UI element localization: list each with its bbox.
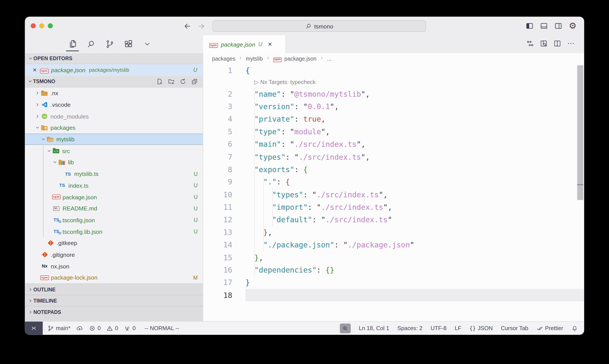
code-line-14[interactable]: 14 "./package.json": "./package.json"	[203, 238, 584, 251]
status-notifications[interactable]	[571, 325, 578, 331]
tab-close-icon[interactable]: ✕	[268, 41, 272, 47]
codelens-nx-targets[interactable]: ▷ Nx Targets: typecheck	[203, 77, 584, 88]
refresh-icon[interactable]	[179, 78, 186, 85]
code-line-15[interactable]: 15 },	[203, 251, 584, 264]
code-line-7[interactable]: 7 "types": "./src/index.ts",	[203, 151, 584, 163]
status-eol[interactable]: LF	[455, 325, 461, 331]
gear-icon[interactable]: ⚙	[568, 21, 578, 31]
cloud-upload-icon	[76, 325, 83, 332]
status-vim-mode[interactable]: -- NORMAL --	[145, 325, 179, 331]
code-line-6[interactable]: 6 "main": "./src/index.ts",	[203, 138, 584, 151]
breadcrumb-item[interactable]: packages	[212, 56, 235, 62]
close-icon[interactable]: ✕	[33, 67, 37, 73]
remote-indicator[interactable]	[25, 322, 43, 335]
code-line-16[interactable]: 16 "dependencies": {}	[203, 264, 584, 276]
tree-item-README-md[interactable]: M↓ README.mdU	[25, 203, 203, 214]
tree-item-node-modules[interactable]: JS node_modules	[25, 110, 203, 122]
open-editors-header[interactable]: OPEN EDITORS	[25, 53, 203, 64]
code-line-3[interactable]: 3 "version": "0.0.1",	[203, 100, 584, 113]
activity-explorer-icon[interactable]	[68, 37, 77, 51]
close-window-button[interactable]	[31, 23, 36, 28]
tree-item-index-ts[interactable]: TS index.tsU	[25, 180, 203, 191]
activity-search-icon[interactable]	[86, 37, 96, 51]
status-git-branch[interactable]: main*	[48, 325, 70, 331]
code-line-11[interactable]: 11 "import": "./src/index.ts",	[203, 201, 584, 213]
back-arrow-icon[interactable]	[182, 21, 192, 31]
tree-item--nx[interactable]: .nx	[25, 87, 203, 99]
tree-item-packages[interactable]: packages	[25, 122, 203, 134]
code-line-13[interactable]: 13 },	[203, 226, 584, 239]
split-editor-icon[interactable]	[552, 39, 562, 49]
ellipsis-icon[interactable]	[566, 39, 576, 49]
collapse-all-icon[interactable]	[191, 78, 198, 85]
maximize-window-button[interactable]	[48, 23, 53, 28]
status-indentation[interactable]: Spaces: 2	[398, 325, 423, 331]
activity-chevron-down-icon[interactable]	[142, 37, 152, 51]
tree-item-package-json[interactable]: npm package.jsonU	[25, 191, 203, 203]
breadcrumb-item[interactable]: ...	[327, 56, 332, 62]
code-line-2[interactable]: 2 "name": "@tsmono/mytslib",	[203, 88, 584, 100]
cursor-position-label: Ln 18, Col 1	[359, 325, 389, 331]
status-cursor-position[interactable]: Ln 18, Col 1	[359, 325, 389, 331]
editor-scrollbar[interactable]	[577, 65, 583, 200]
code-line-17[interactable]: 17}	[203, 276, 584, 289]
panel-notepads[interactable]: NOTEPADS	[25, 306, 203, 317]
code-line-4[interactable]: 4 "private": true,	[203, 113, 584, 125]
tree-item-package-lock-json[interactable]: npm package-lock.jsonM	[25, 272, 203, 284]
layout-panel-icon[interactable]	[539, 21, 549, 31]
status-warnings[interactable]: 0	[106, 325, 118, 331]
minimize-window-button[interactable]	[39, 23, 44, 28]
activity-source-control-icon[interactable]	[105, 37, 114, 51]
command-center-search[interactable]: tsmono	[212, 20, 426, 32]
breadcrumb-item[interactable]: package.json	[284, 56, 317, 62]
status-ports[interactable]: 0	[124, 325, 136, 331]
breadcrumb-item[interactable]: mytslib	[246, 56, 263, 62]
remote-icon	[30, 325, 37, 332]
code-line-5[interactable]: 5 "type": "module",	[203, 125, 584, 138]
tree-item-tsconfig-json[interactable]: TS⚙ tsconfig.jsonU	[25, 214, 203, 226]
layout-sidebar-right-icon[interactable]	[553, 21, 563, 31]
code-line-8[interactable]: 8 "exports": {	[203, 163, 584, 176]
status-formatter[interactable]: Prettier	[536, 325, 563, 331]
status-errors[interactable]: 0	[89, 325, 101, 331]
status-cursor-tab[interactable]: Cursor Tab	[501, 325, 528, 331]
status-language-mode[interactable]: {}JSON	[469, 325, 493, 331]
explorer-header[interactable]: TSMONO	[25, 76, 203, 87]
status-publish[interactable]	[76, 325, 83, 332]
code-line-18[interactable]: 18	[203, 289, 584, 301]
open-editor-item[interactable]: ✕ npm package.json packages/mytslib U	[25, 64, 203, 76]
activity-extensions-icon[interactable]	[124, 37, 133, 51]
tree-item-nx-json[interactable]: Nx nx.json	[25, 260, 203, 272]
code-line-9[interactable]: 9 ".": {	[203, 176, 584, 188]
status-zoom-indicator[interactable]	[340, 323, 351, 333]
tree-item--vscode[interactable]: .vscode	[25, 99, 203, 110]
code-line-1[interactable]: 1{	[203, 64, 584, 77]
new-file-icon[interactable]	[156, 78, 163, 85]
tree-item-src[interactable]: </> src	[25, 145, 203, 157]
tree-item-lib[interactable]: lib	[25, 157, 203, 168]
tree-item-tsconfig-lib-json[interactable]: TS⚙ tsconfig.lib.jsonU	[25, 226, 203, 237]
chevron-right-icon	[34, 90, 40, 96]
new-folder-icon[interactable]	[168, 78, 175, 85]
panel-timeline[interactable]: TIMELINE	[25, 295, 203, 306]
code-editor[interactable]: 1{▷ Nx Targets: typecheck2 "name": "@tsm…	[203, 64, 584, 322]
tree-item-label: README.md	[63, 205, 97, 212]
layout-sidebar-left-icon[interactable]	[524, 21, 535, 31]
tab-package-json[interactable]: npm package.json U ✕	[203, 35, 286, 53]
compare-changes-icon[interactable]	[525, 39, 535, 49]
code-line-12[interactable]: 12 "default": "./src/index.ts"	[203, 213, 584, 226]
errors-label: 0	[98, 325, 101, 331]
tree-item-mytslib-ts[interactable]: TS mytslib.tsU	[25, 168, 203, 180]
status-encoding[interactable]: UTF-8	[430, 325, 446, 331]
warnings-label: 0	[115, 325, 118, 331]
tree-item--gitignore[interactable]: .gitignore	[25, 249, 203, 260]
panel-outline[interactable]: OUTLINE	[25, 284, 203, 295]
broadcast-icon	[124, 325, 130, 331]
code-line-10[interactable]: 10 "types": "./src/index.ts",	[203, 188, 584, 201]
tree-item--gitkeep[interactable]: .gitkeep	[25, 237, 203, 249]
forward-arrow-icon[interactable]	[196, 21, 206, 31]
tree-item-mytslib[interactable]: mytslib	[25, 133, 203, 145]
folder-pkg-icon	[40, 124, 48, 131]
open-preview-icon[interactable]	[539, 39, 549, 49]
tree-item-label: .gitignore	[51, 251, 75, 258]
